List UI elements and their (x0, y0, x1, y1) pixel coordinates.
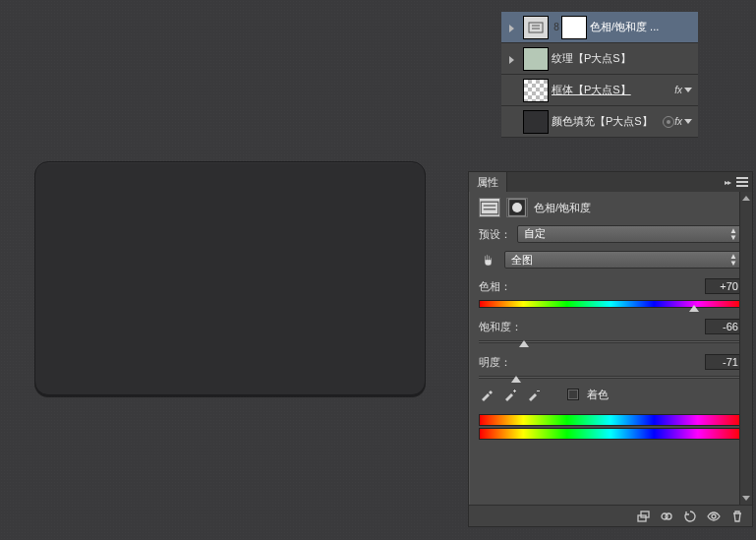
layer-name[interactable]: 框体【P大点S】 (552, 83, 674, 97)
color-range-bar-output[interactable] (479, 428, 742, 440)
chevron-down-icon[interactable] (684, 88, 692, 92)
saturation-value-input[interactable]: -66 (705, 319, 742, 334)
channel-value: 全图 (511, 253, 533, 268)
preset-select[interactable]: 自定 ▲▼ (517, 225, 742, 243)
hue-slider-knob[interactable] (689, 305, 699, 312)
tab-properties[interactable]: 属性 (469, 172, 507, 192)
preview-card (34, 161, 426, 395)
saturation-slider-track[interactable] (479, 340, 742, 343)
delete-button[interactable] (727, 508, 748, 525)
panel-scrollbar[interactable] (739, 192, 752, 505)
svg-point-12 (712, 514, 716, 518)
layer-name[interactable]: 纹理【P大点S】 (552, 51, 694, 66)
preset-label: 预设： (479, 223, 511, 244)
lightness-label: 明度： (479, 351, 511, 372)
fx-badge: fx (674, 116, 682, 127)
chevron-updown-icon: ▲▼ (729, 253, 737, 267)
layer-row[interactable]: 纹理【P大点S】 (501, 43, 698, 75)
expand-toggle-icon[interactable] (509, 23, 519, 32)
clip-to-layer-button[interactable] (632, 508, 654, 525)
colorize-checkbox[interactable] (567, 389, 579, 400)
view-previous-button[interactable] (656, 508, 677, 525)
hue-label: 色相： (479, 275, 511, 296)
svg-point-7 (512, 203, 522, 212)
panel-menu-icon[interactable] (736, 177, 748, 187)
svg-point-11 (666, 513, 671, 519)
svg-rect-3 (481, 202, 498, 214)
svg-rect-0 (529, 23, 543, 32)
eyedropper-minus-icon[interactable] (526, 387, 542, 402)
lightness-value-input[interactable]: -71 (705, 354, 742, 370)
visibility-eye-icon[interactable] (663, 116, 674, 128)
collapse-arrows-icon[interactable]: ▸▸ (725, 178, 730, 187)
scroll-up-icon[interactable] (740, 192, 752, 205)
properties-panel: 属性 ▸▸ 色相/饱和度 预设： 自定 ▲▼ (468, 171, 753, 527)
chevron-down-icon[interactable] (684, 119, 692, 124)
saturation-label: 饱和度： (479, 316, 522, 336)
eyedropper-plus-icon[interactable] (502, 387, 518, 402)
adjustment-title: 色相/饱和度 (534, 201, 591, 215)
eyedropper-icon[interactable] (479, 387, 494, 402)
layer-name[interactable]: 色相/饱和度 ... (590, 20, 694, 34)
scrubby-hand-icon[interactable] (479, 250, 498, 270)
hue-value-input[interactable]: +70 (705, 278, 742, 294)
preset-value: 自定 (524, 226, 546, 241)
hue-slider-track[interactable] (479, 300, 742, 308)
color-range-bar[interactable] (479, 414, 742, 426)
lightness-slider-knob[interactable] (511, 376, 521, 383)
layer-thumbnail[interactable] (523, 47, 549, 71)
properties-footer (469, 505, 752, 526)
fx-badge: fx (674, 85, 682, 95)
link-icon: 8 (552, 22, 561, 32)
svg-rect-9 (641, 511, 649, 517)
layer-thumbnail[interactable] (523, 79, 549, 102)
layer-row[interactable]: 颜色填充【P大点S】 fx (501, 106, 698, 138)
svg-rect-8 (638, 515, 646, 521)
expand-toggle-icon[interactable] (509, 54, 519, 64)
adjustment-thumbnail[interactable] (523, 16, 549, 39)
layer-row[interactable]: 框体【P大点S】 fx (501, 75, 698, 106)
colorize-label: 着色 (587, 388, 609, 402)
saturation-slider-knob[interactable] (519, 340, 529, 347)
lightness-slider-track[interactable] (479, 376, 742, 379)
layer-row[interactable]: 8 色相/饱和度 ... (501, 12, 698, 43)
visibility-toggle-button[interactable] (703, 508, 725, 525)
layer-name[interactable]: 颜色填充【P大点S】 (552, 114, 660, 129)
layer-thumbnail[interactable] (523, 110, 549, 134)
mask-thumbnail[interactable] (561, 16, 587, 39)
layers-panel: 8 色相/饱和度 ... 纹理【P大点S】 框体【P大点S】 fx 颜色填充【P… (501, 12, 698, 138)
scroll-down-icon[interactable] (740, 492, 752, 505)
properties-tabbar: 属性 ▸▸ (469, 172, 752, 192)
adjustment-icon[interactable] (479, 198, 500, 217)
reset-button[interactable] (679, 508, 701, 525)
channel-select[interactable]: 全图 ▲▼ (504, 251, 742, 269)
chevron-updown-icon: ▲▼ (729, 227, 737, 241)
mask-icon[interactable] (506, 198, 528, 217)
